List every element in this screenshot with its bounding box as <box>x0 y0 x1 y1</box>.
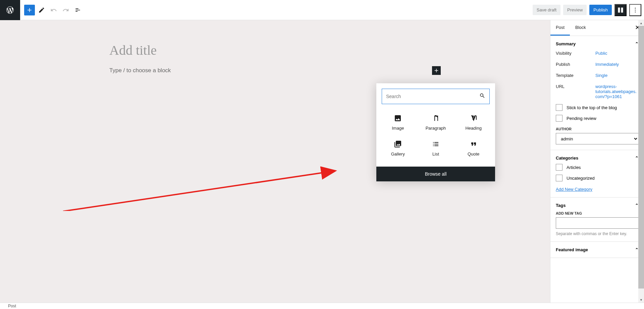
panel-title: Summary <box>556 41 576 46</box>
category-label: Articles <box>567 165 581 170</box>
block-gallery[interactable]: Gallery <box>379 135 417 161</box>
topbar-left <box>0 0 83 20</box>
visibility-value[interactable]: Public <box>595 51 639 56</box>
category-checkbox[interactable] <box>556 164 562 171</box>
add-block-button[interactable] <box>24 5 35 15</box>
cat-row: Uncategorized <box>556 173 639 183</box>
sidebar-tabs: Post Block ✕ <box>550 20 644 36</box>
tab-block[interactable]: Block <box>570 20 591 36</box>
block-label: Image <box>392 126 404 131</box>
row-publish: Publish Immediately <box>556 59 639 70</box>
panel-summary-header[interactable]: Summary ⌃ <box>556 41 639 46</box>
panel-categories: Categories ⌃ Articles Uncategorized Add … <box>550 150 644 197</box>
svg-point-1 <box>635 9 636 10</box>
topbar: Save draft Preview Publish <box>0 0 644 20</box>
block-inserter-popover: Image Paragraph Heading Gallery List <box>376 83 495 181</box>
publish-button[interactable]: Publish <box>589 5 612 15</box>
block-label: Quote <box>468 151 479 157</box>
settings-toggle-button[interactable] <box>614 4 627 16</box>
url-value[interactable]: wordpress-tutorials.atwebpages.com/?p=10… <box>595 84 639 99</box>
label: Template <box>556 73 595 78</box>
pending-checkbox[interactable] <box>556 115 562 122</box>
toolbar <box>20 5 83 15</box>
inline-add-block-button[interactable] <box>432 66 441 75</box>
block-list[interactable]: List <box>417 135 455 161</box>
panel-summary: Summary ⌃ Visibility Public Publish Imme… <box>550 36 644 150</box>
block-quote[interactable]: Quote <box>454 135 492 161</box>
wordpress-logo[interactable] <box>0 0 20 20</box>
panel-title: Tags <box>556 203 566 208</box>
inserter-search-box <box>382 89 490 104</box>
label: URL <box>556 84 595 99</box>
tag-hint: Separate with commas or the Enter key. <box>556 231 639 236</box>
add-category-link[interactable]: Add New Category <box>556 187 592 192</box>
row-url: URL wordpress-tutorials.atwebpages.com/?… <box>556 81 639 102</box>
preview-button[interactable]: Preview <box>563 5 587 15</box>
redo-button[interactable] <box>60 5 71 15</box>
label: Publish <box>556 62 595 67</box>
tab-post[interactable]: Post <box>550 20 570 36</box>
block-image[interactable]: Image <box>379 109 417 135</box>
more-options-button[interactable] <box>629 4 641 16</box>
edit-mode-button[interactable] <box>36 5 47 15</box>
category-checkbox[interactable] <box>556 175 562 181</box>
block-label: Paragraph <box>426 126 446 131</box>
template-value[interactable]: Single <box>595 73 639 78</box>
bottombar: Post <box>0 303 644 309</box>
cat-row: Articles <box>556 162 639 173</box>
author-select[interactable]: admin <box>556 133 639 144</box>
settings-sidebar: Post Block ✕ Summary ⌃ Visibility Public… <box>550 20 644 303</box>
save-draft-button[interactable]: Save draft <box>533 5 560 15</box>
search-icon <box>479 93 485 100</box>
panel-title: Categories <box>556 156 578 161</box>
row-stick: Stick to the top of the blog <box>556 102 639 113</box>
inserter-search-input[interactable] <box>386 94 479 99</box>
panel-featured-header[interactable]: Featured image ⌃ <box>556 247 639 252</box>
inserter-search-wrap <box>376 83 495 109</box>
block-label: Gallery <box>391 151 405 157</box>
publish-value[interactable]: Immediately <box>595 62 639 67</box>
stick-checkbox[interactable] <box>556 104 562 111</box>
scroll-down-arrow[interactable]: ▼ <box>638 297 644 303</box>
browse-all-button[interactable]: Browse all <box>376 167 495 181</box>
body-row: Type / to choose a block <box>109 66 441 75</box>
scrollbar[interactable]: ▲ ▼ <box>638 20 644 303</box>
block-heading[interactable]: Heading <box>454 109 492 135</box>
row-template: Template Single <box>556 70 639 81</box>
panel-title: Featured image <box>556 247 588 252</box>
breadcrumb[interactable]: Post <box>8 304 16 308</box>
block-paragraph[interactable]: Paragraph <box>417 109 455 135</box>
row-pending: Pending review <box>556 113 639 124</box>
label: Visibility <box>556 51 595 56</box>
category-label: Uncategorized <box>567 176 595 181</box>
editor-canvas[interactable]: Add title Type / to choose a block <box>0 20 550 303</box>
author-label: AUTHOR <box>556 127 639 131</box>
panel-categories-header[interactable]: Categories ⌃ <box>556 156 639 161</box>
topbar-right: Save draft Preview Publish <box>533 4 641 16</box>
block-prompt[interactable]: Type / to choose a block <box>109 67 171 74</box>
svg-point-2 <box>635 11 636 12</box>
post-title-input[interactable]: Add title <box>109 40 441 60</box>
block-label: Heading <box>465 126 481 131</box>
undo-button[interactable] <box>48 5 59 15</box>
panel-featured-image: Featured image ⌃ <box>550 242 644 258</box>
inserter-grid: Image Paragraph Heading Gallery List <box>376 109 495 167</box>
scroll-up-arrow[interactable]: ▲ <box>638 20 644 26</box>
document-outline-button[interactable] <box>72 5 83 15</box>
main: Add title Type / to choose a block <box>0 20 644 303</box>
scrollbar-thumb[interactable] <box>638 26 644 289</box>
tag-label: ADD NEW TAG <box>556 211 639 215</box>
row-visibility: Visibility Public <box>556 48 639 59</box>
pending-label: Pending review <box>567 116 596 121</box>
panel-tags: Tags ⌃ ADD NEW TAG Separate with commas … <box>550 197 644 242</box>
svg-point-0 <box>635 7 636 8</box>
tag-input[interactable] <box>556 217 639 229</box>
stick-label: Stick to the top of the blog <box>567 105 617 110</box>
block-label: List <box>432 151 439 157</box>
panel-tags-header[interactable]: Tags ⌃ <box>556 203 639 208</box>
